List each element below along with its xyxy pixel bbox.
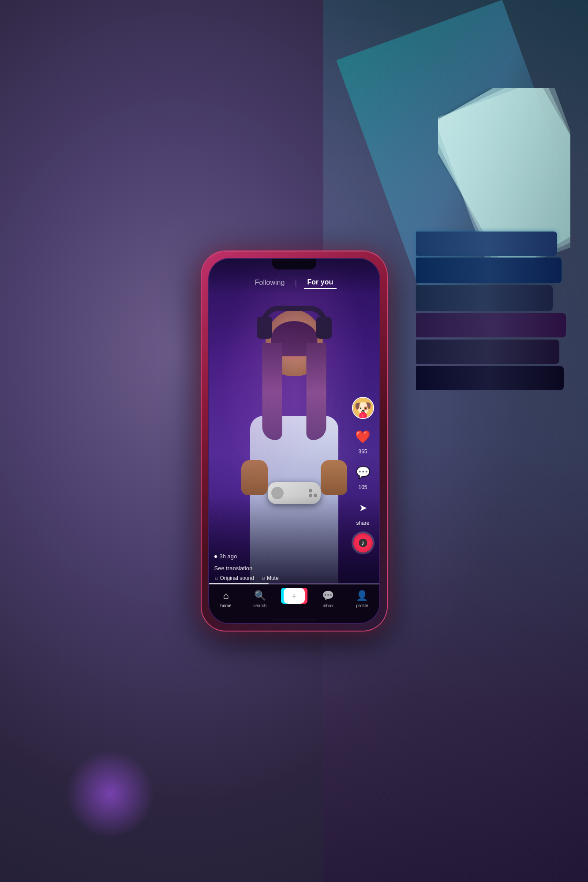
nav-divider: | — [295, 279, 296, 287]
sound-row: ♫ Original sound ♫ Mute — [214, 575, 348, 581]
following-tab[interactable]: Following — [251, 277, 288, 288]
time-dot — [214, 555, 217, 558]
home-icon: ⌂ — [223, 590, 229, 602]
time-ago-row: 3h ago — [214, 553, 348, 560]
music-icon-small-2: ♫ — [261, 575, 265, 581]
profile-label: profile — [356, 603, 368, 608]
phone-screen: Following | For you 🐶 + ❤️ — [209, 259, 379, 623]
music-icon-small-1: ♫ — [214, 575, 218, 581]
mute-label: Mute — [267, 575, 279, 581]
for-you-tab[interactable]: For you — [304, 277, 337, 289]
time-ago-text: 3h ago — [220, 553, 237, 560]
music-note-icon: ♪ — [361, 538, 365, 548]
music-disc-item: ♪ — [353, 533, 373, 553]
add-icon: + — [291, 590, 297, 602]
nav-profile[interactable]: 👤 profile — [345, 590, 379, 608]
share-button[interactable]: ➤ — [352, 497, 374, 519]
see-translation[interactable]: See translation — [214, 565, 348, 572]
nav-tabs: Following | For you — [251, 277, 337, 289]
bottom-navigation: ⌂ home 🔍 search + 💬 inbox 👤 — [209, 584, 379, 623]
comment-button[interactable]: 💬 — [352, 462, 374, 483]
phone-notch — [272, 259, 316, 269]
share-icon: ➤ — [359, 502, 367, 514]
inbox-icon: 💬 — [322, 590, 334, 602]
mute-sound[interactable]: ♫ Mute — [261, 575, 279, 581]
inbox-label: inbox — [323, 603, 333, 608]
share-action: ➤ share — [352, 497, 374, 526]
like-count: 365 — [358, 448, 367, 455]
add-button[interactable]: + — [284, 588, 305, 604]
bottom-content: 3h ago See translation ♫ Original sound … — [214, 553, 348, 581]
phone-device: Following | For you 🐶 + ❤️ — [202, 251, 387, 631]
original-sound-label: Original sound — [220, 575, 254, 581]
nav-search[interactable]: 🔍 search — [243, 590, 277, 608]
creator-avatar[interactable]: 🐶 + — [352, 397, 374, 419]
follow-plus-icon[interactable]: + — [359, 412, 367, 419]
original-sound[interactable]: ♫ Original sound — [214, 575, 254, 581]
comment-icon: 💬 — [356, 466, 370, 479]
music-disc[interactable]: ♪ — [353, 533, 373, 553]
like-button[interactable]: ❤️ — [352, 426, 374, 447]
creator-avatar-item: 🐶 + — [352, 397, 374, 419]
search-icon: 🔍 — [254, 590, 266, 602]
search-label: search — [253, 603, 266, 608]
comment-action: 💬 105 — [352, 462, 374, 490]
like-action: ❤️ 365 — [352, 426, 374, 455]
profile-icon: 👤 — [356, 590, 368, 602]
nav-add: + — [277, 588, 311, 604]
headphones — [257, 306, 332, 350]
home-label: home — [221, 603, 232, 608]
phone-screen-container: Following | For you 🐶 + ❤️ — [208, 258, 380, 624]
nav-inbox[interactable]: 💬 inbox — [311, 590, 345, 608]
share-label: share — [356, 520, 369, 526]
nav-home[interactable]: ⌂ home — [209, 590, 243, 608]
heart-icon: ❤️ — [355, 430, 371, 444]
comment-count: 105 — [358, 484, 367, 490]
side-actions: 🐶 + ❤️ 365 💬 105 — [352, 397, 374, 553]
books-stack — [416, 88, 570, 397]
